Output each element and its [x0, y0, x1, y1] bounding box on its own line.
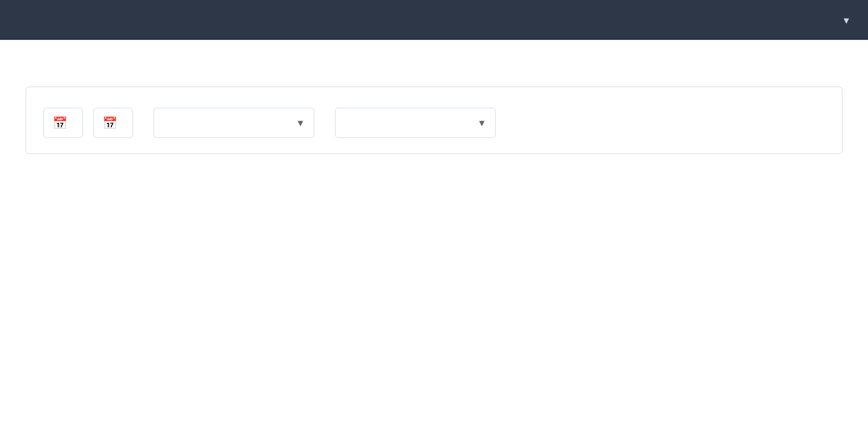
date-to-input[interactable]: 📅: [93, 108, 133, 138]
date-from-input[interactable]: 📅: [43, 108, 83, 138]
team-groups-chevron-icon: ▼: [477, 118, 487, 128]
main-content: 📅 📅 ▼ ▼: [0, 41, 868, 202]
date-range: 📅 📅: [43, 108, 133, 138]
main-nav: ▼: [0, 0, 868, 40]
campaigns-filter-group: 📅 📅: [43, 102, 133, 138]
filter-panel: 📅 📅 ▼ ▼: [25, 86, 843, 154]
calendar-to-icon: 📅: [103, 116, 117, 130]
team-groups-dropdown[interactable]: ▼: [335, 108, 496, 138]
teams-dropdown[interactable]: ▼: [153, 108, 314, 138]
team-groups-filter-group: ▼: [335, 102, 496, 138]
teams-filter-group: ▼: [153, 102, 314, 138]
nav-user[interactable]: ▼: [832, 15, 851, 25]
calendar-from-icon: 📅: [53, 116, 67, 130]
teams-chevron-icon: ▼: [296, 118, 305, 128]
user-chevron-icon: ▼: [842, 15, 851, 25]
